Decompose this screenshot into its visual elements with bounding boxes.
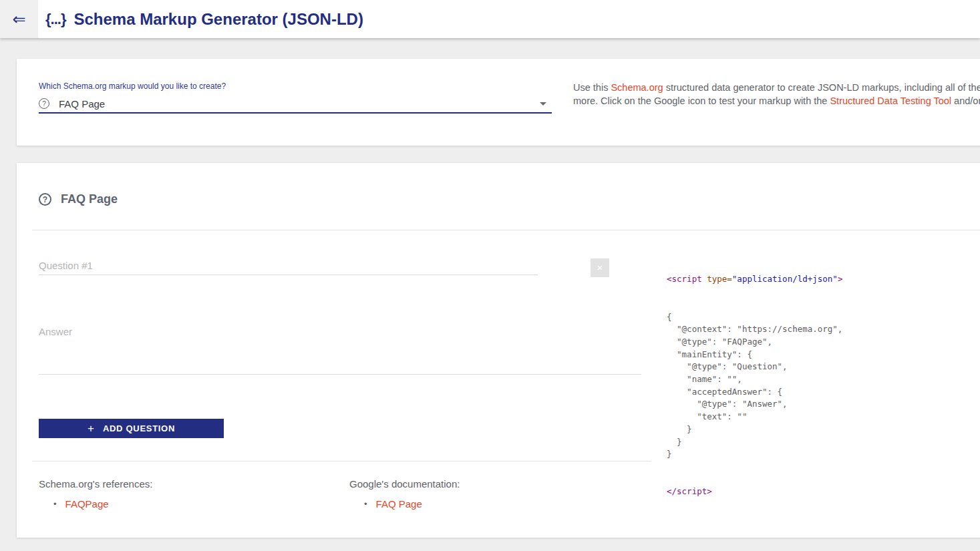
help-icon: ?	[39, 193, 51, 206]
schema-reference-item: • FAQPage	[53, 498, 109, 510]
add-question-button[interactable]: + ADD QUESTION	[39, 419, 224, 438]
collapse-sidebar-button[interactable]: ⇐	[0, 0, 38, 38]
code-open-tag-line: <script type="application/ld+json">	[667, 273, 842, 286]
code-json-body: { "@context": "https://schema.org", "@ty…	[667, 311, 842, 461]
bullet-icon: •	[53, 499, 57, 509]
collapse-arrow-icon: ⇐	[12, 11, 25, 27]
remove-question-button[interactable]: ×	[591, 258, 609, 277]
structured-data-testing-tool-link[interactable]: Structured Data Testing Tool	[830, 96, 951, 106]
app-window: ⇐ {...} Schema Markup Generator (JSON-LD…	[0, 0, 980, 551]
code-token: >	[838, 274, 843, 284]
add-question-label: ADD QUESTION	[103, 423, 175, 433]
chevron-down-icon	[540, 102, 546, 106]
markup-type-select[interactable]: ? FAQ Page	[39, 95, 552, 114]
google-documentation-heading: Google's documentation:	[349, 478, 460, 490]
help-icon: ?	[39, 98, 49, 109]
code-token: type=	[702, 274, 732, 284]
google-reference-item: • FAQ Page	[364, 498, 422, 510]
brand-row: {...} Schema Markup Generator (JSON-LD)	[45, 0, 363, 38]
intro-text-segment: more. Click on the Google icon to test y…	[573, 96, 830, 106]
code-close-tag-line: </script>	[667, 486, 842, 498]
app-header: ⇐ {...} Schema Markup Generator (JSON-LD…	[0, 0, 980, 38]
divider	[32, 230, 980, 230]
intro-text-segment: structured data generator to create JSON…	[663, 82, 980, 93]
intro-line-2: more. Click on the Google icon to test y…	[573, 94, 980, 108]
jsonld-code-output: <script type="application/ld+json"> { "@…	[667, 248, 842, 523]
faq-card-title: FAQ Page	[61, 192, 118, 206]
answer-textarea[interactable]	[39, 321, 641, 375]
json-braces-icon: {...}	[45, 11, 65, 28]
divider	[32, 461, 651, 462]
intro-line-1: Use this Schema.org structured data gene…	[573, 81, 980, 94]
schema-org-link[interactable]: Schema.org	[611, 82, 663, 93]
plus-icon: +	[88, 422, 94, 435]
faq-card-header: ? FAQ Page	[39, 192, 118, 206]
faq-generator-card: ? FAQ Page × + ADD QUESTION Schema.org's…	[17, 163, 980, 538]
question-input[interactable]	[39, 256, 538, 275]
intro-text-segment: and/or the Rich Results Test.	[951, 96, 980, 106]
close-icon: ×	[597, 262, 603, 273]
faqpage-schema-link[interactable]: FAQPage	[65, 498, 109, 510]
selected-markup-value: FAQ Page	[59, 98, 105, 110]
schema-references-heading: Schema.org's references:	[39, 478, 152, 490]
code-token: <script	[667, 274, 702, 284]
markup-selector-card: Which Schema.org markup would you like t…	[17, 59, 980, 146]
code-token: "application/ld+json"	[732, 274, 838, 284]
markup-select-label: Which Schema.org markup would you like t…	[39, 81, 226, 91]
intro-text-segment: Use this	[573, 82, 611, 93]
intro-text: Use this Schema.org structured data gene…	[573, 81, 980, 108]
faqpage-google-link[interactable]: FAQ Page	[376, 498, 422, 510]
page-title: Schema Markup Generator (JSON-LD)	[73, 10, 363, 29]
bullet-icon: •	[364, 499, 367, 509]
